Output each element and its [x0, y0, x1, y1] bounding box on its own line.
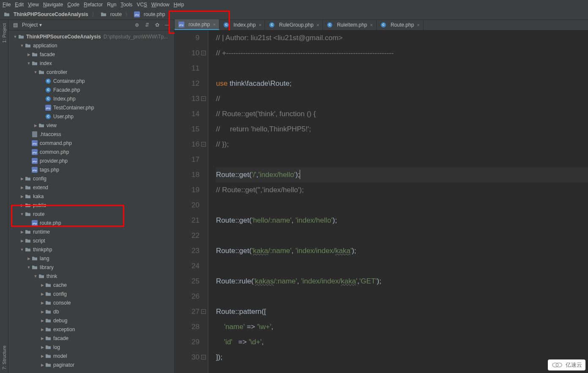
tree-item-paginator[interactable]: ▶paginator — [8, 360, 174, 369]
line-number[interactable]: 9 — [175, 30, 200, 46]
tree-arrow[interactable]: ▶ — [40, 283, 45, 287]
line-number[interactable]: 23 — [175, 243, 200, 259]
tree-item--htaccess[interactable]: .htaccess — [8, 130, 174, 139]
tree-arrow[interactable]: ▼ — [19, 44, 25, 48]
line-number[interactable]: 17 — [175, 152, 200, 167]
tab-RuleGroup-php[interactable]: CRuleGroup.php× — [265, 19, 323, 30]
tree-item-facade[interactable]: ▶facade — [8, 50, 174, 59]
code-line-16[interactable]: // }); — [216, 137, 588, 152]
close-icon[interactable]: × — [417, 22, 419, 27]
code-line-22[interactable] — [216, 228, 588, 243]
line-number[interactable]: 29 — [175, 335, 200, 350]
tree-arrow[interactable]: ▼ — [33, 70, 38, 74]
line-number[interactable]: 22 — [175, 228, 200, 243]
tree-arrow[interactable]: ▶ — [33, 123, 38, 128]
close-icon[interactable]: × — [317, 22, 319, 27]
code-editor[interactable]: −−−−− 9101112131415161718192021222324252… — [175, 30, 588, 373]
tree-arrow[interactable]: ▼ — [19, 248, 25, 252]
tree-arrow[interactable]: ▶ — [19, 194, 25, 199]
line-number[interactable]: 16 — [175, 137, 200, 152]
tree-item-facade[interactable]: ▶facade — [8, 334, 174, 343]
fold-marker[interactable]: − — [201, 51, 206, 55]
tree-item-config[interactable]: ▶config — [8, 174, 174, 183]
tree-item-common-php[interactable]: phpcommon.php — [8, 147, 174, 156]
menu-refactor[interactable]: Refactor — [84, 2, 103, 8]
tree-arrow[interactable]: ▶ — [40, 336, 45, 340]
gutter[interactable]: −−−−− 9101112131415161718192021222324252… — [175, 30, 208, 373]
tree-item-think[interactable]: ▼think — [8, 272, 174, 280]
menu-code[interactable]: Code — [67, 2, 79, 8]
code-line-25[interactable]: Route::rule('kakas/:name', 'index/index/… — [216, 274, 588, 289]
tree-item-cache[interactable]: ▶cache — [8, 280, 174, 289]
fold-marker[interactable]: − — [201, 355, 206, 359]
tree-item-exception[interactable]: ▶exception — [8, 325, 174, 334]
gear-icon[interactable]: ✿ — [154, 22, 161, 28]
tree-item-debug[interactable]: ▶debug — [8, 316, 174, 325]
tree-arrow[interactable]: ▶ — [40, 292, 45, 296]
code-line-18[interactable]: Route::get('/','index/hello'); — [216, 167, 588, 182]
code-line-14[interactable]: // Route::get('think', function () { — [216, 106, 588, 122]
breadcrumb-file[interactable]: php route.php — [134, 11, 165, 17]
tree-item-index[interactable]: ▼index — [8, 59, 174, 68]
tab-Route-php[interactable]: CRoute.php× — [377, 19, 424, 30]
line-number[interactable]: 26 — [175, 289, 200, 304]
collapse-icon[interactable]: ⇵ — [144, 22, 150, 28]
tree-item-application[interactable]: ▼application — [8, 41, 174, 50]
tab-RuleItem-php[interactable]: CRuleItem.php× — [323, 19, 377, 30]
code-line-15[interactable]: // return 'hello,ThinkPHP5!'; — [216, 122, 588, 137]
tree-item-log[interactable]: ▶log — [8, 343, 174, 351]
tree-item-tags-php[interactable]: phptags.php — [8, 165, 174, 174]
line-number[interactable]: 30 — [175, 350, 200, 365]
code-line-19[interactable]: // Route::get('','index/hello'); — [216, 182, 588, 198]
code-line-20[interactable] — [216, 198, 588, 213]
tree-arrow[interactable]: ▶ — [19, 239, 25, 243]
tree-arrow[interactable]: ▶ — [19, 177, 25, 181]
code-line-28[interactable]: 'name' => '\w+', — [216, 319, 588, 335]
tab-route-php[interactable]: phproute.php× — [175, 19, 219, 30]
tree-arrow[interactable]: ▼ — [26, 265, 31, 270]
tree-arrow[interactable]: ▶ — [40, 301, 45, 305]
line-number[interactable]: 28 — [175, 319, 200, 335]
project-tool-button[interactable]: 1: Project — [2, 22, 7, 44]
tree-root[interactable]: ▼ ThinkPHPSourceCodeAnalysis D:\phpstudy… — [8, 32, 174, 41]
line-number[interactable]: 19 — [175, 182, 200, 198]
line-number[interactable]: 25 — [175, 274, 200, 289]
chevron-down-icon[interactable]: ▼ — [13, 35, 18, 39]
code-line-24[interactable] — [216, 259, 588, 274]
tree-item-runtime[interactable]: ▶runtime — [8, 227, 174, 236]
line-number[interactable]: 21 — [175, 213, 200, 228]
code-line-23[interactable]: Route::get('kaka/:name', 'index/index/ka… — [216, 243, 588, 259]
tree-arrow[interactable]: ▼ — [19, 212, 25, 216]
tree-item-public[interactable]: ▶public — [8, 201, 174, 210]
tree-item-thinkphp[interactable]: ▼thinkphp — [8, 245, 174, 254]
tree-item-library[interactable]: ▼library — [8, 263, 174, 272]
tree-arrow[interactable]: ▶ — [40, 363, 45, 367]
code-line-12[interactable]: use think\facade\Route; — [216, 76, 588, 91]
line-number[interactable]: 13 — [175, 91, 200, 106]
fold-marker[interactable]: − — [201, 96, 206, 101]
tree-item-controller[interactable]: ▼controller — [8, 68, 174, 76]
tree-item-view[interactable]: ▶view — [8, 121, 174, 130]
menu-file[interactable]: File — [3, 2, 11, 8]
tree-arrow[interactable]: ▶ — [26, 52, 31, 57]
tab-Index-php[interactable]: CIndex.php× — [219, 19, 265, 30]
code-line-30[interactable]: ]); — [216, 350, 588, 365]
tree-arrow[interactable]: ▶ — [26, 256, 31, 261]
close-icon[interactable]: × — [259, 22, 261, 27]
locate-icon[interactable]: ⊕ — [134, 22, 140, 28]
tree-arrow[interactable]: ▶ — [40, 354, 45, 358]
menu-edit[interactable]: Edit — [15, 2, 24, 8]
fold-marker[interactable]: − — [201, 309, 206, 314]
code-line-17[interactable] — [216, 152, 588, 167]
tree-item-Facade-php[interactable]: CFacade.php — [8, 85, 174, 94]
tree-arrow[interactable]: ▶ — [40, 319, 45, 323]
hide-icon[interactable]: — — [164, 22, 171, 28]
tree-item-db[interactable]: ▶db — [8, 307, 174, 316]
menu-navigate[interactable]: Navigate — [43, 2, 63, 8]
tree-item-command-php[interactable]: phpcommand.php — [8, 139, 174, 147]
project-tree[interactable]: ▼ ThinkPHPSourceCodeAnalysis D:\phpstudy… — [8, 30, 174, 373]
breadcrumb-folder[interactable]: route — [100, 11, 122, 17]
close-icon[interactable]: × — [213, 22, 216, 27]
tree-arrow[interactable]: ▼ — [26, 61, 31, 65]
menu-run[interactable]: Run — [107, 2, 116, 8]
